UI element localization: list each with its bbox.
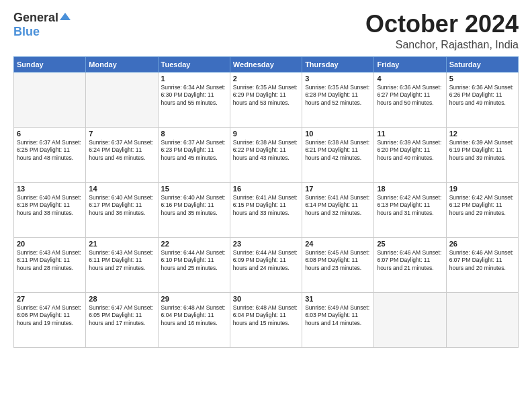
cell-content: Sunrise: 6:40 AM Sunset: 6:17 PM Dayligh… — [89, 194, 154, 217]
cell-content: Sunrise: 6:39 AM Sunset: 6:19 PM Dayligh… — [449, 139, 515, 162]
cell-content: Sunrise: 6:46 AM Sunset: 6:07 PM Dayligh… — [377, 249, 443, 272]
day-number: 15 — [161, 185, 227, 193]
calendar-cell: 28Sunrise: 6:47 AM Sunset: 6:05 PM Dayli… — [86, 292, 158, 347]
calendar-header-sunday: Sunday — [14, 56, 86, 72]
day-number: 20 — [17, 240, 83, 248]
calendar-header-tuesday: Tuesday — [158, 56, 230, 72]
day-number: 28 — [89, 295, 154, 303]
cell-content: Sunrise: 6:45 AM Sunset: 6:08 PM Dayligh… — [305, 249, 371, 272]
calendar-header-wednesday: Wednesday — [230, 56, 302, 72]
day-number: 13 — [17, 185, 83, 193]
cell-content: Sunrise: 6:43 AM Sunset: 6:11 PM Dayligh… — [89, 249, 154, 272]
cell-content: Sunrise: 6:47 AM Sunset: 6:06 PM Dayligh… — [17, 304, 83, 327]
cell-content: Sunrise: 6:48 AM Sunset: 6:04 PM Dayligh… — [233, 304, 299, 327]
calendar-header-friday: Friday — [374, 56, 446, 72]
day-number: 19 — [449, 185, 515, 193]
day-number: 21 — [89, 240, 154, 248]
logo: General Blue — [13, 11, 71, 39]
day-number: 18 — [377, 185, 443, 193]
day-number: 2 — [233, 75, 299, 83]
logo-blue: Blue — [13, 25, 40, 38]
day-number: 16 — [233, 185, 299, 193]
cell-content: Sunrise: 6:37 AM Sunset: 6:23 PM Dayligh… — [161, 139, 227, 162]
calendar-cell: 13Sunrise: 6:40 AM Sunset: 6:18 PM Dayli… — [14, 182, 86, 237]
cell-content: Sunrise: 6:41 AM Sunset: 6:15 PM Dayligh… — [233, 194, 299, 217]
calendar-cell: 6Sunrise: 6:37 AM Sunset: 6:25 PM Daylig… — [14, 127, 86, 182]
cell-content: Sunrise: 6:49 AM Sunset: 6:03 PM Dayligh… — [305, 304, 371, 327]
calendar-cell: 1Sunrise: 6:34 AM Sunset: 6:30 PM Daylig… — [158, 72, 230, 127]
calendar-week-row: 20Sunrise: 6:43 AM Sunset: 6:11 PM Dayli… — [14, 237, 519, 292]
location-title: Sanchor, Rajasthan, India — [365, 39, 519, 51]
calendar-cell: 18Sunrise: 6:42 AM Sunset: 6:13 PM Dayli… — [374, 182, 446, 237]
cell-content: Sunrise: 6:36 AM Sunset: 6:26 PM Dayligh… — [449, 84, 515, 107]
svg-marker-0 — [60, 13, 71, 20]
day-number: 27 — [17, 295, 83, 303]
cell-content: Sunrise: 6:48 AM Sunset: 6:04 PM Dayligh… — [161, 304, 227, 327]
cell-content: Sunrise: 6:38 AM Sunset: 6:22 PM Dayligh… — [233, 139, 299, 162]
calendar-table: SundayMondayTuesdayWednesdayThursdayFrid… — [13, 56, 519, 348]
calendar-week-row: 1Sunrise: 6:34 AM Sunset: 6:30 PM Daylig… — [14, 72, 519, 127]
calendar-week-row: 13Sunrise: 6:40 AM Sunset: 6:18 PM Dayli… — [14, 182, 519, 237]
calendar-cell: 31Sunrise: 6:49 AM Sunset: 6:03 PM Dayli… — [302, 292, 374, 347]
calendar-cell: 27Sunrise: 6:47 AM Sunset: 6:06 PM Dayli… — [14, 292, 86, 347]
cell-content: Sunrise: 6:43 AM Sunset: 6:11 PM Dayligh… — [17, 249, 83, 272]
calendar-cell: 12Sunrise: 6:39 AM Sunset: 6:19 PM Dayli… — [446, 127, 518, 182]
cell-content: Sunrise: 6:37 AM Sunset: 6:25 PM Dayligh… — [17, 139, 83, 162]
cell-content: Sunrise: 6:34 AM Sunset: 6:30 PM Dayligh… — [161, 84, 227, 107]
calendar-cell: 11Sunrise: 6:39 AM Sunset: 6:20 PM Dayli… — [374, 127, 446, 182]
calendar-cell: 7Sunrise: 6:37 AM Sunset: 6:24 PM Daylig… — [86, 127, 158, 182]
cell-content: Sunrise: 6:41 AM Sunset: 6:14 PM Dayligh… — [305, 194, 371, 217]
calendar-cell: 16Sunrise: 6:41 AM Sunset: 6:15 PM Dayli… — [230, 182, 302, 237]
title-block: October 2024 Sanchor, Rajasthan, India — [365, 11, 519, 51]
day-number: 3 — [305, 75, 371, 83]
day-number: 25 — [377, 240, 443, 248]
logo-general: General — [13, 11, 58, 25]
calendar-cell: 23Sunrise: 6:44 AM Sunset: 6:09 PM Dayli… — [230, 237, 302, 292]
calendar-cell: 8Sunrise: 6:37 AM Sunset: 6:23 PM Daylig… — [158, 127, 230, 182]
day-number: 30 — [233, 295, 299, 303]
cell-content: Sunrise: 6:40 AM Sunset: 6:16 PM Dayligh… — [161, 194, 227, 217]
cell-content: Sunrise: 6:39 AM Sunset: 6:20 PM Dayligh… — [377, 139, 443, 162]
day-number: 12 — [449, 130, 515, 138]
day-number: 5 — [449, 75, 515, 83]
cell-content: Sunrise: 6:42 AM Sunset: 6:12 PM Dayligh… — [449, 194, 515, 217]
calendar-cell: 22Sunrise: 6:44 AM Sunset: 6:10 PM Dayli… — [158, 237, 230, 292]
day-number: 14 — [89, 185, 154, 193]
calendar-header-thursday: Thursday — [302, 56, 374, 72]
day-number: 22 — [161, 240, 227, 248]
header: General Blue October 2024 Sanchor, Rajas… — [13, 11, 519, 51]
calendar-cell: 10Sunrise: 6:38 AM Sunset: 6:21 PM Dayli… — [302, 127, 374, 182]
calendar-cell: 20Sunrise: 6:43 AM Sunset: 6:11 PM Dayli… — [14, 237, 86, 292]
cell-content: Sunrise: 6:35 AM Sunset: 6:28 PM Dayligh… — [305, 84, 371, 107]
day-number: 10 — [305, 130, 371, 138]
cell-content: Sunrise: 6:47 AM Sunset: 6:05 PM Dayligh… — [89, 304, 154, 327]
day-number: 1 — [161, 75, 227, 83]
calendar-week-row: 6Sunrise: 6:37 AM Sunset: 6:25 PM Daylig… — [14, 127, 519, 182]
calendar-cell — [446, 292, 518, 347]
day-number: 29 — [161, 295, 227, 303]
cell-content: Sunrise: 6:38 AM Sunset: 6:21 PM Dayligh… — [305, 139, 371, 162]
day-number: 6 — [17, 130, 83, 138]
calendar-cell: 15Sunrise: 6:40 AM Sunset: 6:16 PM Dayli… — [158, 182, 230, 237]
calendar-cell — [86, 72, 158, 127]
day-number: 8 — [161, 130, 227, 138]
day-number: 17 — [305, 185, 371, 193]
calendar-cell: 2Sunrise: 6:35 AM Sunset: 6:29 PM Daylig… — [230, 72, 302, 127]
cell-content: Sunrise: 6:44 AM Sunset: 6:10 PM Dayligh… — [161, 249, 227, 272]
cell-content: Sunrise: 6:37 AM Sunset: 6:24 PM Dayligh… — [89, 139, 154, 162]
cell-content: Sunrise: 6:44 AM Sunset: 6:09 PM Dayligh… — [233, 249, 299, 272]
day-number: 31 — [305, 295, 371, 303]
cell-content: Sunrise: 6:35 AM Sunset: 6:29 PM Dayligh… — [233, 84, 299, 107]
calendar-cell: 14Sunrise: 6:40 AM Sunset: 6:17 PM Dayli… — [86, 182, 158, 237]
day-number: 7 — [89, 130, 154, 138]
day-number: 4 — [377, 75, 443, 83]
calendar-header-monday: Monday — [86, 56, 158, 72]
calendar-cell: 4Sunrise: 6:36 AM Sunset: 6:27 PM Daylig… — [374, 72, 446, 127]
calendar-cell — [14, 72, 86, 127]
calendar-header-row: SundayMondayTuesdayWednesdayThursdayFrid… — [14, 56, 519, 72]
calendar-cell: 17Sunrise: 6:41 AM Sunset: 6:14 PM Dayli… — [302, 182, 374, 237]
logo-bird-icon — [60, 12, 71, 23]
calendar-header-saturday: Saturday — [446, 56, 518, 72]
calendar-cell: 29Sunrise: 6:48 AM Sunset: 6:04 PM Dayli… — [158, 292, 230, 347]
calendar-cell: 25Sunrise: 6:46 AM Sunset: 6:07 PM Dayli… — [374, 237, 446, 292]
